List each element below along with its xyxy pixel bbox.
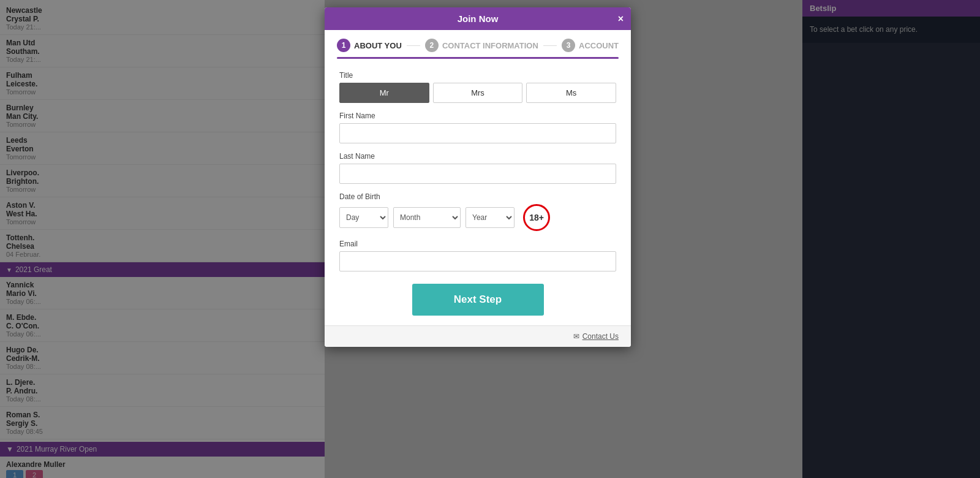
title-ms-button[interactable]: Ms — [526, 83, 616, 103]
email-input[interactable] — [339, 251, 616, 271]
first-name-section: First Name — [339, 112, 616, 143]
modal-title: Join Now — [458, 13, 499, 24]
dob-row: Day Month Year 18+ — [339, 204, 616, 231]
modal-close-button[interactable]: × — [618, 13, 624, 25]
dob-day-select[interactable]: Day — [339, 207, 388, 228]
modal-header: Join Now × — [325, 7, 631, 30]
steps-bar: 1 ABOUT YOU 2 CONTACT INFORMATION 3 ACCO… — [325, 30, 631, 52]
title-mrs-button[interactable]: Mrs — [433, 83, 523, 103]
step-2-circle: 2 — [425, 39, 439, 52]
age-restriction-badge: 18+ — [523, 204, 550, 231]
step-1-label: ABOUT YOU — [354, 41, 402, 50]
contact-us-link[interactable]: Contact Us — [582, 332, 619, 341]
dob-label: Date of Birth — [339, 192, 616, 201]
step-3-account[interactable]: 3 ACCOUNT — [562, 39, 619, 52]
title-mr-button[interactable]: Mr — [339, 83, 429, 103]
contact-icon: ✉ — [573, 332, 579, 341]
modal-body: Title Mr Mrs Ms First Name Last Name Dat… — [325, 59, 631, 325]
next-step-button[interactable]: Next Step — [412, 284, 544, 316]
last-name-section: Last Name — [339, 152, 616, 184]
email-label: Email — [339, 240, 616, 248]
dob-year-select[interactable]: Year — [466, 207, 514, 228]
title-section: Title Mr Mrs Ms — [339, 71, 616, 103]
step-2-contact[interactable]: 2 CONTACT INFORMATION — [425, 39, 538, 52]
step-3-label: ACCOUNT — [579, 41, 619, 50]
step-divider-2 — [543, 45, 557, 46]
dob-section: Date of Birth Day Month Year 18+ — [339, 192, 616, 231]
dob-month-select[interactable]: Month — [393, 207, 461, 228]
join-now-modal: Join Now × 1 ABOUT YOU 2 CONTACT INFORMA… — [325, 7, 631, 347]
last-name-input[interactable] — [339, 164, 616, 184]
step-1-circle: 1 — [337, 39, 350, 52]
last-name-label: Last Name — [339, 152, 616, 161]
step-2-label: CONTACT INFORMATION — [442, 41, 538, 50]
step-divider-1 — [407, 45, 420, 46]
first-name-input[interactable] — [339, 123, 616, 143]
step-1-about-you[interactable]: 1 ABOUT YOU — [337, 39, 402, 52]
title-buttons: Mr Mrs Ms — [339, 83, 616, 103]
modal-footer: ✉ Contact Us — [325, 325, 631, 347]
first-name-label: First Name — [339, 112, 616, 120]
title-label: Title — [339, 71, 616, 80]
email-section: Email — [339, 240, 616, 271]
step-3-circle: 3 — [562, 39, 575, 52]
